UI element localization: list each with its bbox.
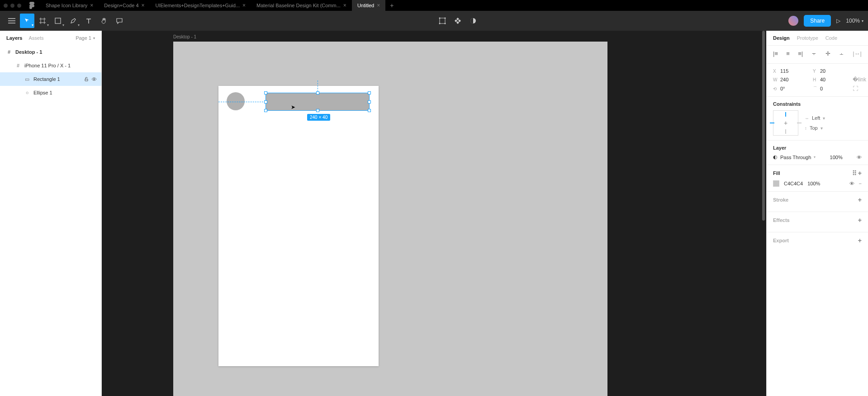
frame-tool[interactable]: ▾ xyxy=(35,14,50,28)
constraint-h-select[interactable]: ↔Left▾ xyxy=(805,115,825,121)
tab-untitled[interactable]: Untitled× xyxy=(352,0,385,11)
constraint-v-select[interactable]: ↕Top▾ xyxy=(805,125,825,131)
text-tool[interactable] xyxy=(81,14,96,28)
layers-tab[interactable]: Layers xyxy=(6,35,22,41)
layer-row-rectangle[interactable]: ▭ Rectangle 1 xyxy=(0,72,101,86)
new-tab-button[interactable]: + xyxy=(385,2,398,9)
shape-tool[interactable]: ▾ xyxy=(51,14,65,28)
tab-material-baseline[interactable]: Material Baseline Design Kit (Comm...× xyxy=(251,0,352,11)
layer-row-ellipse[interactable]: ○ Ellipse 1 xyxy=(0,86,101,99)
y-field[interactable]: Y20 xyxy=(813,68,848,74)
svg-rect-1 xyxy=(55,18,61,24)
resize-handle[interactable] xyxy=(264,91,267,94)
comment-tool[interactable] xyxy=(112,14,127,28)
tab-code[interactable]: Code xyxy=(825,35,837,41)
eye-icon[interactable]: 👁 xyxy=(849,181,854,186)
align-hcenter-icon[interactable]: ≡ xyxy=(786,50,790,57)
menu-button[interactable] xyxy=(5,14,19,28)
maximize-dot[interactable] xyxy=(17,4,21,8)
user-avatar[interactable] xyxy=(788,16,798,26)
constrain-proportions-icon[interactable]: �link xyxy=(853,76,862,83)
resize-handle[interactable] xyxy=(368,109,371,112)
canvas-frame-label[interactable]: Desktop - 1 xyxy=(173,34,196,39)
resize-handle[interactable] xyxy=(368,100,371,104)
constraints-widget[interactable]: + xyxy=(773,110,798,136)
add-fill-button[interactable]: + xyxy=(858,170,862,177)
scrollbar-thumb[interactable] xyxy=(762,31,765,221)
eye-icon[interactable]: 👁 xyxy=(857,155,862,160)
radius-field[interactable]: ⌒0 xyxy=(813,85,848,92)
minimize-dot[interactable] xyxy=(10,4,14,8)
style-icon[interactable]: ⠿ xyxy=(852,170,857,177)
rotation-field[interactable]: ⟲0° xyxy=(773,86,808,91)
add-stroke-button[interactable]: + xyxy=(858,196,862,203)
share-button[interactable]: Share xyxy=(804,15,831,27)
blend-icon: ◐ xyxy=(773,154,778,160)
layer-row-iphone[interactable]: # iPhone 11 Pro / X - 1 xyxy=(0,59,101,72)
constraint-left-indicator[interactable] xyxy=(770,123,774,123)
fill-swatch[interactable] xyxy=(773,180,779,187)
constraint-right-indicator[interactable] xyxy=(797,123,802,123)
tab-design-code[interactable]: Design+Code 4× xyxy=(99,0,150,11)
tab-shape-icon-library[interactable]: Shape Icon Library× xyxy=(40,0,99,11)
h-field[interactable]: H40 xyxy=(813,77,848,82)
fill-hex-field[interactable]: C4C4C4 xyxy=(784,181,803,186)
tab-design[interactable]: Design xyxy=(773,35,790,41)
add-export-button[interactable]: + xyxy=(858,237,862,244)
svg-point-3 xyxy=(439,18,440,19)
fill-opacity-field[interactable]: 100% xyxy=(807,181,820,186)
align-top-icon[interactable]: ⫟ xyxy=(811,50,817,57)
w-field[interactable]: W240 xyxy=(773,77,808,82)
figma-logo-icon[interactable] xyxy=(28,2,36,9)
close-icon[interactable]: × xyxy=(377,2,380,9)
align-bottom-icon[interactable]: ⫠ xyxy=(839,50,844,57)
close-icon[interactable]: × xyxy=(90,2,93,9)
distribute-icon[interactable]: |↔| xyxy=(853,50,862,57)
close-dot[interactable] xyxy=(4,4,8,8)
component-icon[interactable] xyxy=(454,17,461,24)
constraint-bottom-indicator[interactable] xyxy=(785,129,786,134)
chevron-down-icon: ▾ xyxy=(47,23,49,27)
constraint-top-indicator[interactable] xyxy=(785,112,786,117)
blend-mode-select[interactable]: ◐ Pass Through ▾ xyxy=(773,154,816,160)
pen-tool[interactable]: ▾ xyxy=(66,14,81,28)
align-vcenter-icon[interactable]: ✛ xyxy=(825,50,830,57)
tab-prototype[interactable]: Prototype xyxy=(797,35,818,41)
align-left-icon[interactable]: |≡ xyxy=(773,50,778,57)
tab-ui-elements[interactable]: UIElements+DesignTemplates+Guid...× xyxy=(150,0,251,11)
mask-icon[interactable] xyxy=(470,17,477,24)
layer-section: Layer ◐ Pass Through ▾ 100% 👁 xyxy=(767,141,868,165)
present-button[interactable]: ▷ xyxy=(836,18,840,24)
position-section: X115 Y20 W240 H40 �link ⟲0° ⌒0 ⛶ xyxy=(767,64,868,97)
close-icon[interactable]: × xyxy=(242,2,246,9)
canvas-scrollbar[interactable] xyxy=(762,31,765,396)
canvas[interactable]: Desktop - 1 240 × 40 ➤ xyxy=(102,31,766,396)
canvas-rectangle-selected[interactable] xyxy=(266,93,370,111)
resize-handle[interactable] xyxy=(316,109,319,112)
resize-handle[interactable] xyxy=(316,91,319,94)
zoom-control[interactable]: 100%▾ xyxy=(846,18,863,24)
assets-tab[interactable]: Assets xyxy=(28,35,43,41)
opacity-field[interactable]: 100% xyxy=(830,155,843,160)
independent-corners-icon[interactable]: ⛶ xyxy=(853,85,862,92)
unlock-icon[interactable] xyxy=(84,77,89,81)
resize-handle[interactable] xyxy=(368,91,371,94)
edit-object-icon[interactable] xyxy=(439,17,446,24)
x-field[interactable]: X115 xyxy=(773,68,808,74)
section-title: Constraints xyxy=(773,101,801,107)
resize-handle[interactable] xyxy=(264,109,267,112)
hand-tool[interactable] xyxy=(97,14,111,28)
close-icon[interactable]: × xyxy=(142,2,145,9)
layer-row-desktop[interactable]: # Desktop - 1 xyxy=(0,45,101,59)
remove-fill-button[interactable]: − xyxy=(859,181,862,186)
eye-icon[interactable] xyxy=(91,77,97,81)
move-tool[interactable]: ▾ xyxy=(20,14,34,28)
close-icon[interactable]: × xyxy=(343,2,346,9)
add-effect-button[interactable]: + xyxy=(858,217,862,224)
section-title: Stroke xyxy=(773,197,788,203)
page-selector[interactable]: Page 1▾ xyxy=(76,35,95,41)
align-right-icon[interactable]: ≡| xyxy=(798,50,803,57)
resize-handle[interactable] xyxy=(264,100,267,104)
canvas-ellipse[interactable] xyxy=(227,92,245,110)
frame-iphone[interactable] xyxy=(218,86,379,366)
